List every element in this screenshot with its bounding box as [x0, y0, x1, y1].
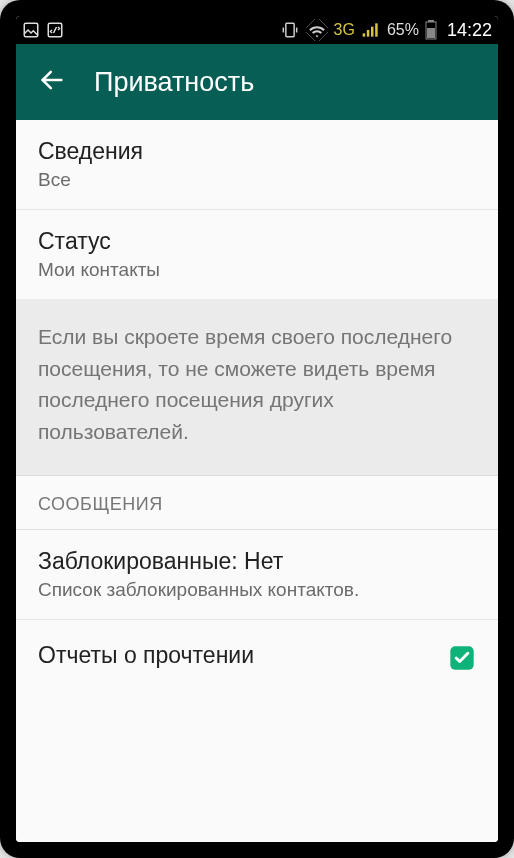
about-value: Все — [38, 169, 476, 191]
messages-section-label: СООБЩЕНИЯ — [38, 494, 476, 515]
status-left — [22, 21, 64, 39]
messages-section-header: СООБЩЕНИЯ — [16, 476, 498, 530]
status-value: Мои контакты — [38, 259, 476, 281]
blocked-title: Заблокированные: Нет — [38, 548, 476, 575]
status-bar: 3G 65% 14:22 — [16, 16, 498, 44]
sync-icon — [46, 21, 64, 39]
battery-icon — [425, 20, 437, 40]
status-right: 3G 65% 14:22 — [280, 19, 492, 41]
read-receipts-setting[interactable]: Отчеты о прочтении — [16, 620, 498, 695]
status-setting[interactable]: Статус Мои контакты — [16, 210, 498, 299]
svg-rect-4 — [363, 33, 366, 36]
read-receipts-checkbox[interactable] — [448, 644, 476, 672]
svg-rect-7 — [375, 23, 378, 36]
svg-rect-2 — [285, 23, 293, 36]
arrow-left-icon — [38, 66, 66, 98]
signal-icon — [361, 20, 381, 40]
image-icon — [22, 21, 40, 39]
vibrate-icon — [280, 20, 300, 40]
battery-percent: 65% — [387, 21, 419, 39]
blocked-subtitle: Список заблокированных контактов. — [38, 579, 476, 601]
blocked-setting[interactable]: Заблокированные: Нет Список заблокирован… — [16, 530, 498, 620]
phone-screen: 3G 65% 14:22 Приватность — [16, 16, 498, 842]
back-button[interactable] — [28, 58, 76, 106]
svg-rect-3 — [306, 19, 328, 41]
app-bar: Приватность — [16, 44, 498, 120]
wifi-icon — [306, 19, 328, 41]
about-title: Сведения — [38, 138, 476, 165]
checkbox-checked-icon — [448, 644, 476, 672]
page-title: Приватность — [94, 67, 254, 98]
content[interactable]: Сведения Все Статус Мои контакты Если вы… — [16, 120, 498, 842]
info-box: Если вы скроете время своего последнего … — [16, 299, 498, 476]
read-receipts-title: Отчеты о прочтении — [38, 642, 254, 669]
about-setting[interactable]: Сведения Все — [16, 120, 498, 210]
svg-rect-10 — [427, 28, 435, 38]
status-title: Статус — [38, 228, 476, 255]
info-text: Если вы скроете время своего последнего … — [38, 321, 476, 447]
network-label: 3G — [334, 21, 355, 39]
svg-rect-5 — [367, 30, 370, 37]
svg-rect-0 — [24, 23, 38, 37]
phone-frame: 3G 65% 14:22 Приватность — [0, 0, 514, 858]
clock: 14:22 — [443, 20, 492, 41]
svg-rect-6 — [371, 27, 374, 37]
